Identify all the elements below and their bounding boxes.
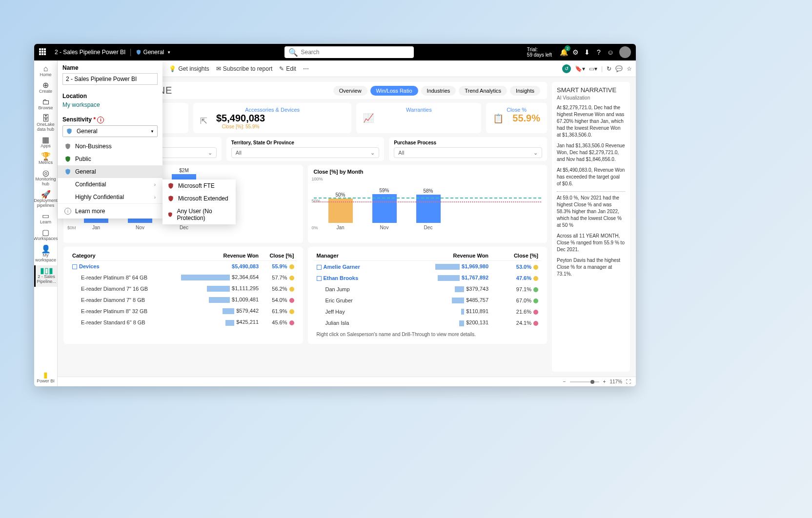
kpi-close-pct: Close % 📋55.9%	[486, 103, 547, 133]
book-icon: ▭	[42, 214, 49, 219]
table-manager[interactable]: ManagerRevenue WonClose [%] Amelie Garne…	[308, 247, 548, 344]
info-icon: i	[64, 208, 71, 215]
sens-option-public[interactable]: Public	[58, 153, 162, 165]
nav-home[interactable]: ⌂Home	[34, 63, 57, 80]
learn-more-link[interactable]: iLearn more	[58, 203, 162, 219]
kpi-accessories: Accessories & Devices ⇱$5,490,083Close […	[193, 103, 351, 133]
table-category[interactable]: CategoryRevenue WonClose [%] Devices$5,4…	[63, 247, 303, 344]
trend-icon: 📈	[363, 113, 374, 123]
slicer-territory[interactable]: Territory, State Or ProvinceAll⌄	[226, 137, 385, 161]
name-label: Name	[58, 60, 162, 73]
rocket-icon: 🚀	[41, 192, 51, 197]
sub-option-any-user[interactable]: Any User (No Protection)	[162, 205, 236, 224]
person-icon: 👤	[41, 247, 51, 252]
chevron-down-icon: ⌄	[533, 150, 538, 156]
nav-apps[interactable]: ▦Apps	[34, 135, 57, 151]
sub-option-extended[interactable]: Microsoft Extended	[162, 192, 236, 205]
fit-page-icon[interactable]: ⛶	[626, 379, 631, 384]
help-icon[interactable]: ?	[593, 46, 605, 58]
kpi-warranties: Warranties 📈	[356, 103, 481, 133]
nav-monitoring[interactable]: ◎Monitoring hub	[34, 168, 57, 189]
sens-option-confidential[interactable]: Confidential›	[58, 178, 162, 191]
sub-option-fte[interactable]: Microsoft FTE	[162, 179, 236, 192]
location-link[interactable]: My workspace	[58, 101, 162, 112]
nav-create[interactable]: ⊕Create	[34, 80, 57, 97]
app-launcher-icon[interactable]	[39, 48, 47, 56]
notifications-icon[interactable]: 🔔2	[558, 46, 569, 58]
tab-overview[interactable]: Overview	[333, 86, 367, 96]
bulb-icon: 💡	[169, 65, 176, 72]
top-bar: 2 - Sales Pipeline Power BI | General ▼ …	[34, 44, 636, 60]
edit-button[interactable]: ✎Edit	[279, 65, 296, 72]
clipboard-icon: 📋	[493, 113, 504, 124]
sensitivity-label: Sensitivity * i	[58, 112, 162, 125]
nav-metrics[interactable]: 🏆Metrics	[34, 151, 57, 168]
more-button[interactable]: ⋯	[303, 65, 309, 72]
database-icon: 🗄	[42, 116, 50, 121]
reset-icon[interactable]: ↺	[562, 64, 571, 73]
chevron-down-icon: ▼	[150, 129, 154, 134]
nav-report-item[interactable]: ▮▯▮2 - Sales Pipeline...	[34, 265, 57, 287]
apps-icon: ▦	[42, 138, 49, 142]
workspaces-icon: ▢	[42, 230, 49, 235]
chevron-right-icon: ›	[154, 182, 156, 187]
report-tabs: Overview Win/Loss Ratio Industries Trend…	[333, 86, 540, 96]
nav-pipelines[interactable]: 🚀Deployment pipelines	[34, 189, 57, 211]
tab-industries[interactable]: Industries	[421, 86, 456, 96]
bookmark-icon[interactable]: 🔖▾	[575, 65, 585, 72]
report-icon: ▮▯▮	[40, 268, 53, 273]
zoom-in-button[interactable]: +	[603, 379, 606, 384]
nav-learn[interactable]: ▭Learn	[34, 211, 57, 227]
sens-option-highly-confidential[interactable]: Highly Confidential›	[58, 191, 162, 203]
zoom-level: 117%	[609, 379, 622, 384]
sensitivity-panel: Name Location My workspace Sensitivity *…	[58, 60, 162, 219]
name-input[interactable]	[62, 73, 158, 85]
view-icon[interactable]: ▭▾	[589, 65, 597, 72]
share-out-icon: ⇱	[200, 116, 207, 126]
settings-icon[interactable]: ⚙	[569, 46, 581, 58]
trophy-icon: 🏆	[41, 154, 51, 159]
chevron-down-icon: ⌄	[208, 150, 212, 156]
subscribe-button[interactable]: ✉Subscribe to report	[216, 65, 272, 72]
comment-icon[interactable]: 💬	[615, 65, 623, 72]
powerbi-icon: ▮	[43, 373, 48, 378]
nav-onelake[interactable]: 🗄OneLake data hub	[34, 113, 57, 135]
avatar[interactable]	[619, 46, 631, 58]
sens-option-non-business[interactable]: Non-Business	[58, 140, 162, 153]
tab-winloss[interactable]: Win/Loss Ratio	[370, 86, 418, 96]
search-box[interactable]: 🔍	[284, 46, 414, 58]
sens-option-general[interactable]: General	[58, 165, 162, 178]
monitor-icon: ◎	[42, 171, 49, 176]
chevron-down-icon: ▼	[167, 50, 171, 55]
favorite-icon[interactable]: ☆	[627, 65, 632, 72]
smart-narrative: SMART NARRATIVE AI Visualization At $2,2…	[552, 82, 630, 372]
plus-icon: ⊕	[42, 83, 49, 88]
sensitivity-sub-panel: Microsoft FTE Microsoft Extended Any Use…	[162, 179, 236, 224]
nav-workspaces[interactable]: ▢Workspaces	[34, 227, 57, 244]
slicer-process[interactable]: Purchase ProcessAll⌄	[389, 137, 547, 161]
refresh-icon[interactable]: ↻	[607, 65, 611, 72]
info-icon: i	[97, 117, 104, 123]
tab-insights[interactable]: Insights	[510, 86, 540, 96]
pencil-icon: ✎	[279, 65, 284, 72]
sensitivity-badge[interactable]: General ▼	[136, 49, 171, 56]
nav-powerbi[interactable]: ▮Power BI	[34, 370, 57, 386]
download-icon[interactable]: ⬇	[581, 46, 593, 58]
zoom-out-button[interactable]: −	[563, 379, 566, 384]
zoom-slider[interactable]	[570, 381, 599, 382]
status-bar: − + 117% ⛶	[58, 377, 636, 386]
drill-note: Right click on Salesperson's name and Dr…	[314, 329, 542, 340]
nav-my-workspace[interactable]: 👤My workspace	[34, 244, 57, 265]
nav-browse[interactable]: 🗀Browse	[34, 97, 57, 113]
report-name: 2 - Sales Pipeline Power BI	[55, 49, 125, 56]
chart-close-month[interactable]: Close [%] by Month 0% 50% 100% 50%Jan59%…	[308, 165, 548, 243]
search-input[interactable]	[301, 49, 410, 56]
search-icon: 🔍	[288, 48, 298, 57]
location-label: Location	[58, 89, 162, 101]
sensitivity-select[interactable]: General ▼	[62, 125, 158, 137]
chevron-right-icon: ›	[154, 195, 156, 200]
feedback-icon[interactable]: ☺	[605, 46, 616, 58]
home-icon: ⌂	[43, 66, 48, 71]
get-insights-button[interactable]: 💡Get insights	[169, 65, 209, 72]
tab-trends[interactable]: Trend Analytics	[459, 86, 507, 96]
